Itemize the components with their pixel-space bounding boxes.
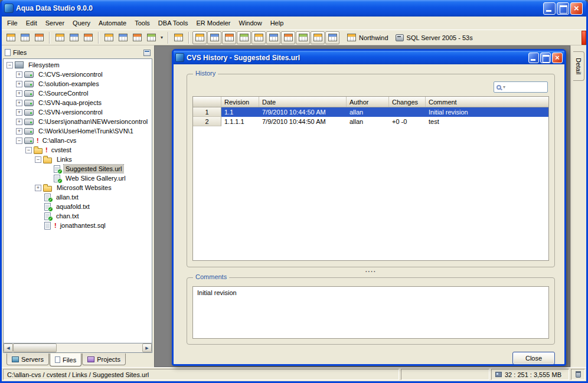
tree-expand-icon[interactable]: + <box>16 109 22 116</box>
tree-expand-icon[interactable]: + <box>16 128 22 135</box>
dialog-minimize-icon[interactable] <box>528 53 539 63</box>
comments-text[interactable]: Initial revision <box>192 286 549 339</box>
ok-badge-icon: ✓ <box>48 197 53 202</box>
dialog-close-icon[interactable] <box>552 53 563 63</box>
grid-view-8-button[interactable] <box>296 31 310 44</box>
menu-tools[interactable]: Tools <box>130 17 154 30</box>
tree-collapse-icon[interactable]: − <box>25 147 32 153</box>
tree-item-c-work-userhome-trunk-svn-1[interactable]: +C:\Work\UserHome\Trunk\SVN\1 <box>4 126 152 136</box>
table-editor-button[interactable] <box>130 31 144 44</box>
tab-detail[interactable]: Detail <box>573 51 584 81</box>
tree-item-c-sourcecontrol[interactable]: +C:\SourceControl <box>4 89 152 98</box>
dialog-titlebar[interactable]: CVS History - Suggested Sites.url <box>174 51 564 64</box>
tree-item-chan-txt[interactable]: ✓chan.txt <box>4 211 152 221</box>
window-list-button[interactable] <box>32 31 46 44</box>
tree-expand-icon[interactable]: + <box>16 90 22 97</box>
history-row-1[interactable]: 11.17/9/2010 10:44:50 AMallanInitial rev… <box>193 107 548 117</box>
server-registration-button[interactable] <box>18 31 32 44</box>
tree-item-c-solution-examples[interactable]: +C:\solution-examples <box>4 79 152 89</box>
tree-item-links[interactable]: −Links <box>4 155 152 164</box>
search-options-arrow-icon[interactable]: ▾ <box>503 84 505 90</box>
grid-view-10-button[interactable] <box>325 31 339 44</box>
titlebar[interactable]: Aqua Data Studio 9.0.0 <box>2 0 586 17</box>
tab-servers[interactable]: Servers <box>6 353 49 365</box>
database-selector[interactable]: Northwind <box>347 34 388 41</box>
tree-expand-icon[interactable]: + <box>16 119 22 125</box>
tree-horizontal-scrollbar[interactable]: ◀ ▶ <box>3 343 152 353</box>
tree-expand-icon[interactable]: + <box>16 81 22 87</box>
column-header-comment[interactable]: Comment <box>426 97 548 107</box>
float-panel-icon[interactable] <box>143 50 151 56</box>
search-icon <box>496 85 501 90</box>
menu-server[interactable]: Server <box>41 17 68 30</box>
tree-item-c-cvs-versioncontrol[interactable]: +C:\CVS-versioncontrol <box>4 70 152 79</box>
menu-file[interactable]: File <box>3 17 22 30</box>
row-number-cell: 1 <box>193 107 221 117</box>
schema-browser-button[interactable] <box>67 31 81 44</box>
row-number-cell: 2 <box>193 117 221 126</box>
tree-item-suggested-sites-url[interactable]: ✓Suggested Sites.url <box>4 164 152 174</box>
column-header-revision[interactable]: Revision <box>221 97 259 107</box>
tree-item-filesystem[interactable]: −Filesystem <box>4 60 152 70</box>
tree-item-web-slice-gallery-url[interactable]: ✓Web Slice Gallery.url <box>4 174 152 183</box>
tree-item-jonathantest-sql[interactable]: !jonathantest.sql <box>4 221 152 230</box>
menu-edit[interactable]: Edit <box>22 17 41 30</box>
history-row-2[interactable]: 21.1.1.17/9/2010 10:44:50 AMallan+0 -0te… <box>193 117 548 126</box>
tab-label: Projects <box>97 356 120 363</box>
column-header-author[interactable]: Author <box>347 97 389 107</box>
close-icon[interactable] <box>570 2 583 15</box>
query-analyzer-button[interactable] <box>102 31 116 44</box>
column-header-date[interactable]: Date <box>259 97 347 107</box>
tree-item-cvstest[interactable]: −!cvstest <box>4 145 152 155</box>
menu-help[interactable]: Help <box>266 17 288 30</box>
grid-view-9-button[interactable] <box>311 31 325 44</box>
scroll-right-icon[interactable]: ▶ <box>142 343 152 352</box>
grid-view-2-button[interactable] <box>207 31 221 44</box>
tree-collapse-icon[interactable]: − <box>6 62 13 68</box>
grid-view-4-button[interactable] <box>237 31 251 44</box>
scrollbar-track[interactable] <box>57 343 142 352</box>
folder-key-button[interactable] <box>53 31 67 44</box>
menu-window[interactable]: Window <box>235 17 266 30</box>
grid-view-1-button[interactable] <box>192 31 207 44</box>
tree-collapse-icon[interactable]: − <box>35 156 41 163</box>
search-input[interactable]: ▾ <box>494 81 548 93</box>
tree-item-c-svn-aqua-projects[interactable]: +C:\SVN-aqua-projects <box>4 98 152 107</box>
query-builder-button[interactable] <box>116 31 130 44</box>
tree-expand-icon[interactable]: + <box>16 100 22 106</box>
gc-button[interactable] <box>571 369 585 380</box>
grid-view-6-button[interactable] <box>266 31 280 44</box>
tree-item-microsoft-websites[interactable]: +Microsoft Websites <box>4 183 152 192</box>
column-header-changes[interactable]: Changes <box>389 97 426 107</box>
security-manager-button[interactable] <box>81 31 95 44</box>
tree-collapse-icon[interactable]: − <box>16 138 22 144</box>
scrollbar-thumb[interactable] <box>13 343 57 352</box>
splitter-handle[interactable] <box>187 267 555 275</box>
tree-item-allan-txt[interactable]: ✓allan.txt <box>4 192 152 202</box>
menu-dba-tools[interactable]: DBA Tools <box>154 17 192 30</box>
grid-view-5-button[interactable] <box>251 31 266 44</box>
tab-projects[interactable]: Projects <box>82 353 126 365</box>
toolbar-dropdown-icon[interactable]: ▾ <box>159 35 165 40</box>
results-grid-button[interactable] <box>172 31 185 44</box>
tree-expand-icon[interactable]: + <box>16 71 22 78</box>
tree-expand-icon[interactable]: + <box>35 185 41 191</box>
tree-item-c-allan-cvs[interactable]: −!C:\allan-cvs <box>4 136 152 145</box>
dialog-maximize-icon[interactable] <box>540 53 551 63</box>
grid-view-7-button[interactable] <box>281 31 295 44</box>
maximize-icon[interactable] <box>557 2 569 15</box>
procedure-editor-button[interactable] <box>145 31 158 44</box>
menu-er-modeler[interactable]: ER Modeler <box>192 17 234 30</box>
tab-files[interactable]: Files <box>50 353 81 366</box>
minimize-icon[interactable] <box>543 2 556 15</box>
close-dialog-button[interactable]: Close <box>512 352 555 365</box>
tree-item-c-svn-versioncontrol[interactable]: +C:\SVN-versioncontrol <box>4 107 152 117</box>
tree-item-c-users-jonathan-newversioncontrol[interactable]: +C:\Users\jonathan\NEWversioncontrol <box>4 117 152 126</box>
grid-view-3-button[interactable] <box>222 31 236 44</box>
tree-item-aquafold-txt[interactable]: ✓aquafold.txt <box>4 202 152 211</box>
register-server-button[interactable] <box>4 31 18 44</box>
menu-query[interactable]: Query <box>68 17 94 30</box>
grid-view-4-icon <box>240 34 249 41</box>
menu-automate[interactable]: Automate <box>94 17 130 30</box>
scroll-left-icon[interactable]: ◀ <box>4 343 13 352</box>
